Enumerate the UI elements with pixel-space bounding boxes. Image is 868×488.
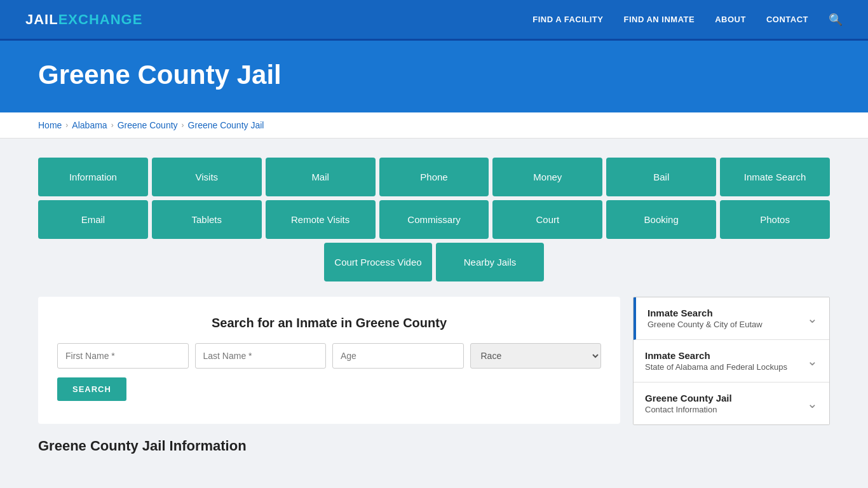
category-btn-commissary[interactable]: Commissary bbox=[379, 200, 489, 239]
breadcrumb: Home › Alabama › Greene County › Greene … bbox=[0, 112, 868, 139]
logo[interactable]: JAIL EXCHANGE bbox=[25, 11, 142, 28]
breadcrumb-alabama[interactable]: Alabama bbox=[72, 120, 107, 130]
hero-section: Greene County Jail bbox=[0, 41, 868, 112]
last-name-input[interactable] bbox=[195, 343, 327, 369]
sidebar-item-1[interactable]: Inmate Search State of Alabama and Feder… bbox=[634, 340, 829, 383]
chevron-down-icon: ⌄ bbox=[807, 396, 818, 411]
sidebar-item-title-2: Greene County Jail bbox=[645, 393, 732, 403]
breadcrumb-current: Greene County Jail bbox=[188, 120, 264, 130]
category-btn-nearby-jails[interactable]: Nearby Jails bbox=[436, 243, 544, 281]
logo-jail: JAIL bbox=[25, 11, 58, 28]
sidebar-item-0[interactable]: Inmate Search Greene County & City of Eu… bbox=[634, 297, 829, 340]
category-btn-money[interactable]: Money bbox=[492, 158, 602, 196]
search-button[interactable]: SEARCH bbox=[57, 377, 126, 401]
category-btn-bail[interactable]: Bail bbox=[606, 158, 716, 196]
category-btn-inmate-search[interactable]: Inmate Search bbox=[720, 158, 830, 196]
inmate-search-card: Search for an Inmate in Greene County Ra… bbox=[38, 297, 620, 424]
category-btn-tablets[interactable]: Tablets bbox=[152, 200, 262, 239]
logo-exchange: EXCHANGE bbox=[58, 11, 143, 28]
sidebar: Inmate Search Greene County & City of Eu… bbox=[633, 297, 830, 425]
category-row-1: InformationVisitsMailPhoneMoneyBailInmat… bbox=[38, 158, 830, 196]
page-title: Greene County Jail bbox=[38, 60, 830, 90]
category-row-2: EmailTabletsRemote VisitsCommissaryCourt… bbox=[38, 200, 830, 239]
breadcrumb-sep-2: › bbox=[111, 121, 114, 130]
breadcrumb-greene-county[interactable]: Greene County bbox=[118, 120, 178, 130]
first-name-input[interactable] bbox=[57, 343, 189, 369]
sidebar-item-2[interactable]: Greene County Jail Contact Information ⌄ bbox=[634, 383, 829, 424]
content-row: Search for an Inmate in Greene County Ra… bbox=[38, 297, 830, 425]
category-btn-email[interactable]: Email bbox=[38, 200, 148, 239]
category-btn-information[interactable]: Information bbox=[38, 158, 148, 196]
category-btn-remote-visits[interactable]: Remote Visits bbox=[266, 200, 376, 239]
inmate-search-title: Search for an Inmate in Greene County bbox=[57, 316, 601, 330]
category-btn-booking[interactable]: Booking bbox=[606, 200, 716, 239]
main-area: InformationVisitsMailPhoneMoneyBailInmat… bbox=[0, 139, 868, 480]
sidebar-item-title-0: Inmate Search bbox=[648, 308, 763, 318]
sidebar-item-sub-2: Contact Information bbox=[645, 405, 732, 414]
breadcrumb-sep-3: › bbox=[182, 121, 184, 130]
breadcrumb-sep-1: › bbox=[65, 121, 68, 130]
category-btn-visits[interactable]: Visits bbox=[152, 158, 262, 196]
sidebar-item-sub-0: Greene County & City of Eutaw bbox=[648, 320, 763, 329]
nav-contact[interactable]: CONTACT bbox=[766, 15, 808, 24]
search-icon[interactable]: 🔍 bbox=[829, 13, 843, 27]
lower-section: Greene County Jail Information bbox=[38, 438, 830, 454]
nav-about[interactable]: ABOUT bbox=[715, 15, 746, 24]
search-fields: RaceWhiteBlackHispanicAsianOther bbox=[57, 343, 601, 369]
category-row-3: Court Process VideoNearby Jails bbox=[38, 243, 830, 281]
sidebar-item-title-1: Inmate Search bbox=[645, 350, 787, 361]
nav-find-facility[interactable]: FIND A FACILITY bbox=[532, 15, 603, 24]
lower-title: Greene County Jail Information bbox=[38, 438, 830, 454]
main-nav: FIND A FACILITY FIND AN INMATE ABOUT CON… bbox=[532, 13, 843, 27]
breadcrumb-home[interactable]: Home bbox=[38, 120, 62, 130]
category-btn-photos[interactable]: Photos bbox=[720, 200, 830, 239]
sidebar-item-sub-1: State of Alabama and Federal Lockups bbox=[645, 362, 787, 372]
chevron-down-icon: ⌄ bbox=[807, 311, 818, 326]
category-btn-phone[interactable]: Phone bbox=[379, 158, 489, 196]
chevron-down-icon: ⌄ bbox=[807, 353, 818, 369]
race-select[interactable]: RaceWhiteBlackHispanicAsianOther bbox=[470, 343, 602, 369]
category-btn-court-process-video[interactable]: Court Process Video bbox=[324, 243, 432, 281]
header: JAIL EXCHANGE FIND A FACILITY FIND AN IN… bbox=[0, 0, 868, 41]
category-btn-court[interactable]: Court bbox=[492, 200, 602, 239]
nav-find-inmate[interactable]: FIND AN INMATE bbox=[623, 15, 695, 24]
age-input[interactable] bbox=[332, 343, 464, 369]
category-btn-mail[interactable]: Mail bbox=[266, 158, 376, 196]
